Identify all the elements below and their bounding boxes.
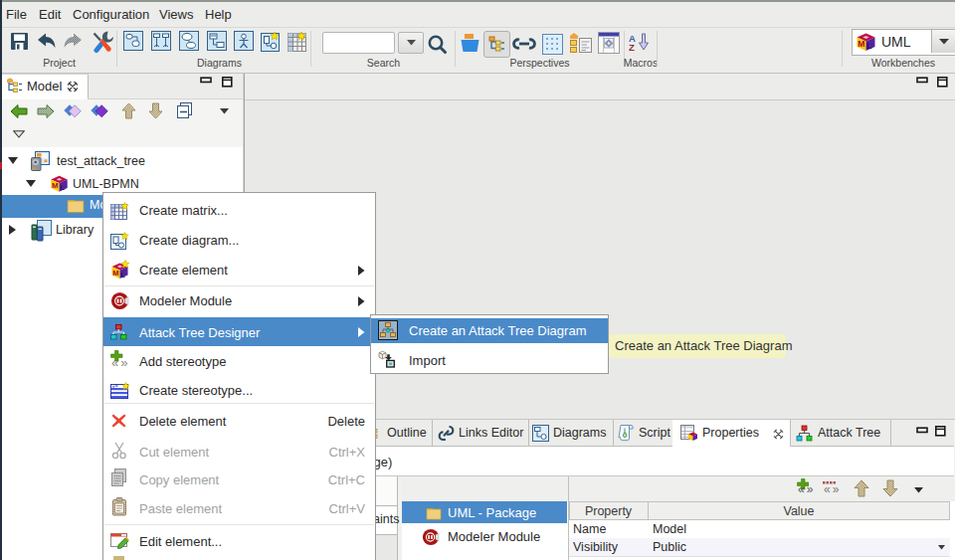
svg-text:M: M (52, 181, 58, 190)
svg-text:M: M (858, 39, 864, 49)
svg-text:L: L (120, 271, 125, 280)
svg-text:Z: Z (629, 42, 635, 52)
svg-text:«=: «= (112, 383, 118, 389)
svg-text:L: L (60, 183, 65, 192)
svg-text:L: L (866, 41, 871, 51)
svg-text:M: M (112, 269, 118, 278)
